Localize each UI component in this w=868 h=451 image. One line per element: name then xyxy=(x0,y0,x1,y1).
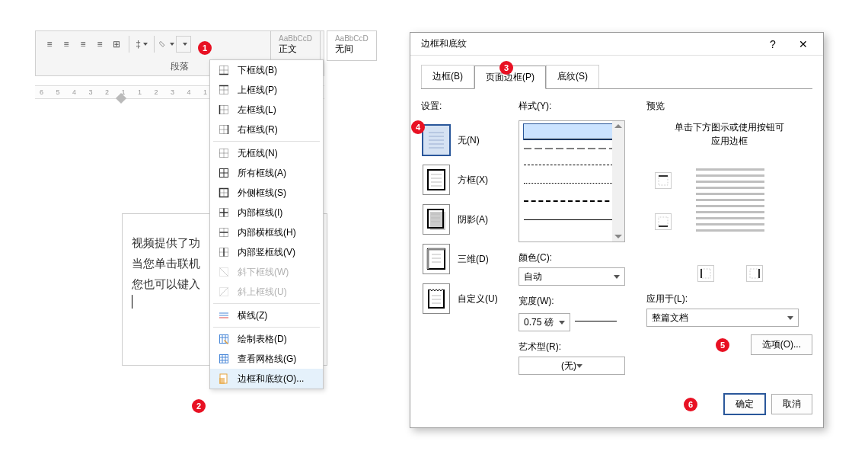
close-button[interactable]: ✕ xyxy=(788,34,819,55)
svg-rect-84 xyxy=(701,269,710,278)
svg-rect-54 xyxy=(219,378,225,384)
style-body[interactable]: AaBbCcD正文 xyxy=(270,30,321,61)
style-nospace[interactable]: AaBbCcD无间 xyxy=(327,30,377,61)
setting-none[interactable]: 无(N) xyxy=(421,120,505,160)
menu-item-border-all[interactable]: 所有框线(A) xyxy=(210,163,323,183)
menu-item-border-outer[interactable]: 外侧框线(S) xyxy=(210,183,323,203)
svg-rect-70 xyxy=(428,249,445,269)
styles-gallery: AaBbCcD正文 AaBbCcD无间 xyxy=(270,30,369,61)
style-scrollbar[interactable] xyxy=(612,121,624,241)
step-badge-3: 3 xyxy=(499,61,513,75)
style-listbox[interactable] xyxy=(519,120,625,242)
svg-rect-25 xyxy=(220,189,228,197)
menu-item-border-inner-h[interactable]: 内部横框线(H) xyxy=(210,222,323,242)
tab-border[interactable]: 边框(B) xyxy=(421,65,474,88)
border-diag-up-icon xyxy=(218,286,230,298)
settings-label: 设置: xyxy=(421,100,505,113)
ok-button[interactable]: 确定 xyxy=(724,394,765,414)
border-diag-down-icon xyxy=(218,266,230,278)
borders-shading-icon xyxy=(218,373,230,385)
border-bottom-icon xyxy=(218,64,230,76)
step-badge-4: 4 xyxy=(411,120,425,134)
distribute-button[interactable]: ⊞ xyxy=(109,37,124,52)
svg-rect-82 xyxy=(659,217,668,226)
width-select[interactable]: 0.75 磅 xyxy=(519,313,570,331)
step-badge-5: 5 xyxy=(716,338,729,352)
border-right-icon xyxy=(218,123,230,136)
menu-item-border-diag-up: 斜上框线(U) xyxy=(210,282,323,302)
view-gridlines-icon xyxy=(218,353,230,365)
svg-rect-19 xyxy=(220,149,228,158)
border-inner-icon xyxy=(218,206,230,219)
svg-rect-80 xyxy=(659,176,668,185)
svg-rect-66 xyxy=(430,212,445,230)
menu-item-draw-table[interactable]: 绘制表格(D) xyxy=(210,329,323,349)
svg-line-38 xyxy=(220,268,228,277)
preview-top-border-button[interactable] xyxy=(655,172,672,189)
setting-box[interactable]: 方框(X) xyxy=(421,160,505,200)
apply-to-select[interactable]: 整篇文档 xyxy=(646,309,799,327)
menu-item-border-inner-v[interactable]: 内部竖框线(V) xyxy=(210,242,323,262)
preview-diagram[interactable] xyxy=(676,158,783,257)
borders-dropdown-menu: 下框线(B)上框线(P)左框线(L)右框线(R) 无框线(N)所有框线(A)外侧… xyxy=(209,59,324,389)
line-spacing-button[interactable]: ‡ xyxy=(134,37,149,52)
color-label: 颜色(C): xyxy=(519,251,633,264)
svg-rect-3 xyxy=(220,66,228,75)
svg-rect-11 xyxy=(220,106,228,114)
step-badge-2: 2 xyxy=(192,399,206,413)
border-outer-icon xyxy=(218,187,230,199)
cancel-button[interactable]: 取消 xyxy=(771,394,812,414)
menu-item-border-right[interactable]: 右框线(R) xyxy=(210,120,323,139)
style-label: 样式(Y): xyxy=(519,100,633,113)
text-caret xyxy=(132,295,132,309)
border-left-icon xyxy=(218,104,230,116)
align-right-button[interactable]: ≡ xyxy=(75,37,91,52)
border-none-icon xyxy=(218,147,230,159)
dialog-titlebar: 边框和底纹 ? ✕ xyxy=(410,33,823,56)
menu-item-view-gridlines[interactable]: 查看网格线(G) xyxy=(210,349,323,369)
width-preview xyxy=(575,321,617,321)
menu-item-border-left[interactable]: 左框线(L) xyxy=(210,100,323,120)
art-select[interactable]: (无) xyxy=(519,357,625,375)
step-badge-1: 1 xyxy=(198,41,212,55)
step-badge-6: 6 xyxy=(684,398,697,411)
setting-3d[interactable]: 三维(D) xyxy=(421,239,505,279)
shading-button[interactable] xyxy=(159,37,174,52)
menu-item-border-diag-down: 斜下框线(W) xyxy=(210,262,323,282)
border-inner-v-icon xyxy=(218,246,230,258)
help-button[interactable]: ? xyxy=(758,34,788,55)
tab-shading[interactable]: 底纹(S) xyxy=(546,65,599,88)
options-button[interactable]: 选项(O)... xyxy=(751,334,812,355)
menu-item-border-bottom[interactable]: 下框线(B) xyxy=(210,60,323,80)
hr-icon xyxy=(218,309,230,321)
menu-item-borders-shading[interactable]: 边框和底纹(O)... xyxy=(210,369,323,389)
preview-left-border-button[interactable] xyxy=(697,265,714,282)
svg-rect-86 xyxy=(750,269,759,278)
dialog-title-text: 边框和底纹 xyxy=(421,37,758,50)
menu-item-border-none[interactable]: 无框线(N) xyxy=(210,143,323,163)
preview-bottom-border-button[interactable] xyxy=(655,213,672,230)
menu-item-border-inner[interactable]: 内部框线(I) xyxy=(210,203,323,222)
menu-item-border-top[interactable]: 上框线(P) xyxy=(210,80,323,100)
apply-label: 应用于(L): xyxy=(646,293,812,305)
borders-shading-dialog: 边框和底纹 ? ✕ 边框(B) 页面边框(P) 底纹(S) 设置: 无(N) 方… xyxy=(410,32,824,428)
align-justify-button[interactable]: ≡ xyxy=(92,37,107,52)
setting-custom[interactable]: 自定义(U) xyxy=(421,279,505,318)
align-left-button[interactable]: ≡ xyxy=(42,37,57,52)
color-select[interactable]: 自动 xyxy=(519,267,625,286)
menu-item-hr[interactable]: 横线(Z) xyxy=(210,305,323,325)
preview-hint: 单击下方图示或使用按钮可应用边框 xyxy=(646,120,812,148)
svg-rect-48 xyxy=(220,355,228,363)
border-all-icon xyxy=(218,167,230,179)
svg-rect-15 xyxy=(220,126,228,134)
art-label: 艺术型(R): xyxy=(519,341,633,353)
setting-shadow[interactable]: 阴影(A) xyxy=(421,200,505,239)
align-center-button[interactable]: ≡ xyxy=(59,37,74,52)
preview-label: 预览 xyxy=(646,100,812,113)
width-label: 宽度(W): xyxy=(519,295,633,308)
svg-rect-7 xyxy=(220,86,228,94)
border-inner-h-icon xyxy=(218,226,230,238)
preview-right-border-button[interactable] xyxy=(746,265,763,282)
borders-dropdown-button[interactable] xyxy=(176,36,191,53)
border-top-icon xyxy=(218,84,230,96)
